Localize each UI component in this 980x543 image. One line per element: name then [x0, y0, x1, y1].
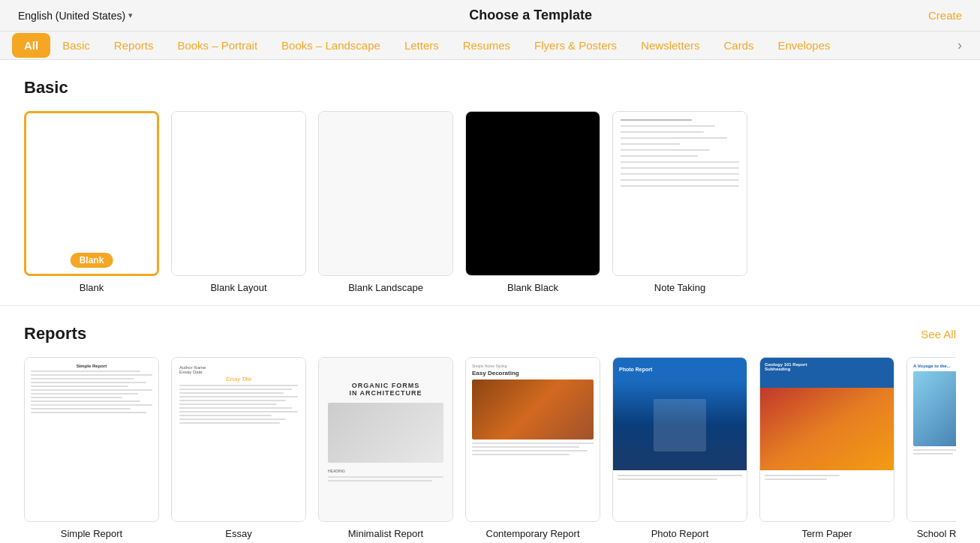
- template-blank-black[interactable]: Blank Black: [465, 111, 600, 293]
- r-line-4: [31, 382, 146, 383]
- language-chevron-icon: ▾: [128, 10, 133, 20]
- language-selector[interactable]: English (United States) ▾: [18, 10, 133, 22]
- note-taking-preview: [613, 112, 747, 275]
- create-button[interactable]: Create: [928, 9, 962, 22]
- sr-line-1: [913, 449, 956, 451]
- photo-report-preview: Photo Report: [613, 358, 747, 521]
- c-line-1: [472, 442, 594, 444]
- template-school-report-label: School R: [917, 528, 956, 539]
- template-note-taking-label: Note Taking: [654, 282, 705, 293]
- tab-reports[interactable]: Reports: [102, 32, 166, 59]
- template-minimalist-report-label: Minimalist Report: [348, 528, 423, 539]
- template-term-paper[interactable]: Geology 101 ReportSubheading Term Paper: [759, 357, 894, 539]
- blank-landscape-preview: [319, 112, 452, 275]
- tab-books-portrait[interactable]: Books – Portrait: [165, 32, 269, 59]
- term-paper-header-text: Geology 101 ReportSubheading: [765, 362, 889, 371]
- template-blank-layout-thumb[interactable]: [171, 111, 306, 276]
- note-line-10: [621, 173, 739, 175]
- template-contemporary-report-thumb[interactable]: Simple Home Styling Easy Decorating: [465, 357, 600, 522]
- tab-resumes[interactable]: Resumes: [451, 32, 522, 59]
- note-line-2: [621, 125, 715, 127]
- template-contemporary-report-label: Contemporary Report: [486, 528, 580, 539]
- r-line-2: [31, 374, 152, 376]
- e-line-11: [179, 422, 280, 424]
- template-note-taking[interactable]: Note Taking: [612, 111, 747, 293]
- essay-preview: Author NameEssay Date Essay Title: [172, 358, 305, 521]
- essay-author: Author NameEssay Date: [179, 365, 298, 374]
- e-line-9: [179, 415, 272, 416]
- term-paper-body: [760, 470, 894, 487]
- e-line-10: [179, 418, 286, 420]
- template-term-paper-thumb[interactable]: Geology 101 ReportSubheading: [759, 357, 894, 522]
- r-line-12: [31, 412, 146, 413]
- e-line-5: [179, 400, 286, 401]
- template-essay[interactable]: Author NameEssay Date Essay Title: [171, 357, 306, 539]
- r-line-7: [31, 393, 138, 394]
- blank-black-preview: [466, 112, 600, 275]
- note-line-1: [621, 119, 692, 121]
- pr-line-1: [618, 475, 742, 476]
- template-school-report-thumb[interactable]: A Voyage to the...: [906, 357, 956, 522]
- minimalist-heading: Heading: [328, 469, 443, 473]
- m-line-1: [328, 476, 443, 478]
- note-line-4: [621, 137, 727, 139]
- template-simple-report-thumb[interactable]: Simple Report: [24, 357, 159, 522]
- tab-books-landscape[interactable]: Books – Landscape: [269, 32, 392, 59]
- tab-newsletters[interactable]: Newsletters: [629, 32, 711, 59]
- simple-report-preview: Simple Report: [25, 358, 158, 521]
- e-line-1: [179, 385, 298, 386]
- template-essay-thumb[interactable]: Author NameEssay Date Essay Title: [171, 357, 306, 522]
- contemporary-img: [472, 380, 594, 440]
- minimalist-img: [328, 403, 443, 463]
- note-line-3: [621, 131, 704, 133]
- template-contemporary-report[interactable]: Simple Home Styling Easy Decorating Cont…: [465, 357, 600, 539]
- r-line-9: [31, 400, 140, 402]
- term-paper-image: [760, 388, 894, 470]
- tab-basic[interactable]: Basic: [50, 32, 102, 59]
- blank-preview: [26, 113, 157, 274]
- r-line-3: [31, 378, 134, 380]
- template-blank[interactable]: Blank Blank: [24, 111, 159, 293]
- m-line-2: [328, 480, 432, 482]
- template-note-taking-thumb[interactable]: [612, 111, 747, 276]
- e-line-4: [179, 396, 298, 398]
- template-blank-landscape[interactable]: Blank Landscape: [318, 111, 453, 293]
- template-blank-thumb[interactable]: Blank: [24, 111, 159, 276]
- c-line-4: [472, 454, 570, 455]
- tab-envelopes[interactable]: Envelopes: [766, 32, 843, 59]
- tab-flyers-posters[interactable]: Flyers & Posters: [522, 32, 629, 59]
- reports-section-header: Reports See All: [24, 324, 956, 344]
- c-line-3: [472, 450, 588, 452]
- tabs-more-icon[interactable]: ›: [951, 32, 968, 59]
- note-line-5: [621, 143, 680, 145]
- note-line-6: [621, 149, 710, 151]
- tab-letters[interactable]: Letters: [392, 32, 451, 59]
- essay-title: Essay Title: [179, 376, 298, 382]
- photo-report-header-text: Photo Report: [619, 367, 652, 372]
- template-photo-report[interactable]: Photo Report Photo Report: [612, 357, 747, 539]
- r-line-6: [31, 389, 152, 391]
- school-report-preview: A Voyage to the...: [907, 358, 956, 521]
- template-photo-report-thumb[interactable]: Photo Report: [612, 357, 747, 522]
- template-minimalist-report-thumb[interactable]: ORGANIC FORMSIN ARCHITECTURE Heading: [318, 357, 453, 522]
- tab-cards[interactable]: Cards: [711, 32, 765, 59]
- reports-see-all[interactable]: See All: [921, 328, 956, 340]
- r-line-10: [31, 404, 152, 406]
- template-simple-report[interactable]: Simple Report Si: [24, 357, 159, 539]
- contemporary-report-preview: Simple Home Styling Easy Decorating: [466, 358, 600, 521]
- school-report-img: [913, 371, 956, 446]
- e-line-6: [179, 404, 277, 405]
- template-blank-landscape-thumb[interactable]: [318, 111, 453, 276]
- template-blank-layout[interactable]: Blank Layout: [171, 111, 306, 293]
- school-report-title: A Voyage to the...: [913, 364, 956, 368]
- template-school-report[interactable]: A Voyage to the... School R: [906, 357, 956, 539]
- basic-section-header: Basic: [24, 78, 956, 98]
- main-content: Basic Blank Blank Blank Layout: [0, 60, 980, 543]
- template-blank-black-thumb[interactable]: [465, 111, 600, 276]
- template-minimalist-report[interactable]: ORGANIC FORMSIN ARCHITECTURE Heading Min…: [318, 357, 453, 539]
- blank-layout-preview: [172, 112, 305, 275]
- r-line-8: [31, 397, 122, 398]
- e-line-2: [179, 388, 292, 390]
- tab-all[interactable]: All: [12, 33, 50, 58]
- template-blank-landscape-label: Blank Landscape: [348, 282, 423, 293]
